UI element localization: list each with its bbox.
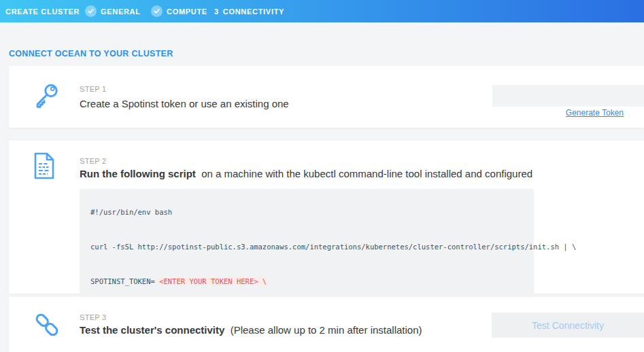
- tab-compute-label: COMPUTE: [167, 7, 207, 16]
- wizard-topbar: CREATE CLUSTER GENERAL COMPUTE 3 CONNECT…: [0, 0, 644, 22]
- check-circle-icon: [85, 5, 97, 17]
- page-title: CONNECT OCEAN TO YOUR CLUSTER: [9, 49, 173, 58]
- token-var-prefix: SPOTINST_TOKEN=: [90, 277, 159, 285]
- create-cluster-connectivity-screen: CREATE CLUSTER GENERAL COMPUTE 3 CONNECT…: [0, 0, 644, 352]
- step1-title: Create a Spotinst token or use an existi…: [80, 98, 289, 109]
- script-line: curl -fsSL http://spotinst-public.s3.ama…: [90, 241, 523, 253]
- key-icon: [33, 82, 60, 113]
- step3-card: STEP 3 Test the cluster's connectivity (…: [9, 297, 644, 352]
- step1-card: STEP 1 Create a Spotinst token or use an…: [9, 66, 644, 128]
- step3-title: Test the cluster's connectivity (Please …: [80, 324, 422, 336]
- test-connectivity-button[interactable]: Test Connectivity: [492, 313, 644, 338]
- token-placeholder: <ENTER YOUR TOKEN HERE> \: [159, 277, 267, 285]
- step2-title-rest: on a machine with the kubectl command-li…: [196, 168, 532, 179]
- chain-link-icon: [33, 310, 61, 342]
- script-file-icon: [33, 152, 56, 182]
- step3-title-bold: Test the cluster's connectivity: [80, 324, 224, 336]
- check-circle-icon: [151, 5, 163, 17]
- step3-title-rest: (Please allow up to 2 min after installa…: [224, 324, 422, 336]
- tab-compute[interactable]: COMPUTE: [151, 0, 207, 22]
- tab-connectivity-number: 3: [214, 7, 219, 16]
- script-line: SPOTINST_TOKEN= <ENTER YOUR TOKEN HERE> …: [90, 276, 523, 287]
- step3-eyebrow: STEP 3: [80, 313, 107, 321]
- step2-card: STEP 2 Run the following script on a mac…: [9, 141, 644, 294]
- tab-general[interactable]: GENERAL: [85, 0, 141, 22]
- tab-connectivity[interactable]: 3 CONNECTIVITY: [214, 0, 284, 22]
- wizard-title: CREATE CLUSTER: [5, 0, 80, 22]
- step2-title: Run the following script on a machine wi…: [80, 168, 532, 179]
- tab-general-label: GENERAL: [101, 7, 141, 16]
- script-line: #!/usr/bin/env bash: [90, 207, 523, 218]
- step1-eyebrow: STEP 1: [80, 85, 107, 93]
- generate-token-link[interactable]: Generate Token: [566, 108, 624, 118]
- step2-eyebrow: STEP 2: [80, 157, 107, 165]
- tab-connectivity-label: CONNECTIVITY: [223, 7, 284, 16]
- token-input[interactable]: [492, 85, 644, 107]
- step2-title-bold: Run the following script: [80, 168, 196, 179]
